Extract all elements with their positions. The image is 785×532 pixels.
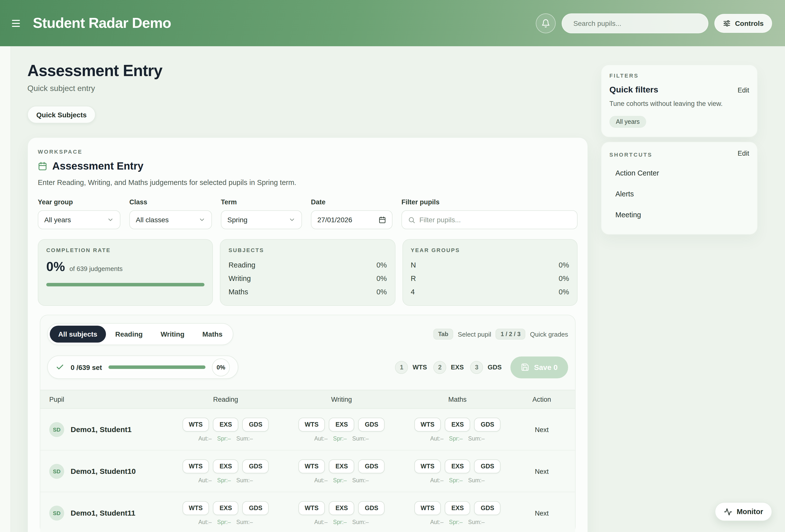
grade-button-gds[interactable]: GDS <box>243 417 269 431</box>
shortcuts-edit-link[interactable]: Edit <box>737 150 749 157</box>
tab-reading[interactable]: Reading <box>107 326 151 343</box>
subjects-label: SUBJECTS <box>229 247 387 253</box>
grade-button-exs[interactable]: EXS <box>445 501 470 515</box>
right-sidebar: FILTERS Quick filters Edit Tune cohorts … <box>601 46 758 234</box>
column-header-action: Action <box>515 396 575 403</box>
grade-buttons: WTSEXSGDS <box>400 501 515 515</box>
next-button[interactable]: Next <box>535 468 549 475</box>
shortcut-list: Action CenterAlertsMeeting <box>609 162 749 225</box>
grade-button-exs[interactable]: EXS <box>329 417 354 431</box>
number-keys-chip: 1 / 2 / 3 <box>496 329 526 340</box>
term-mark: Spr:– <box>217 519 231 525</box>
progress-pill: 0 /639 set 0% <box>47 355 238 379</box>
term-mark: Sum:– <box>468 519 485 525</box>
date-input[interactable]: 27/01/2026 <box>311 210 392 229</box>
grade-button-wts[interactable]: WTS <box>298 501 325 515</box>
shortcut-action-center[interactable]: Action Center <box>609 162 749 183</box>
year-group-value: 0% <box>559 274 569 282</box>
term-mark: Spr:– <box>449 519 463 525</box>
pupil-row: SDDemo1, Student10WTSEXSGDSAut:–Spr:–Sum… <box>40 450 575 492</box>
grade-cell-writing: WTSEXSGDSAut:–Spr:–Sum:– <box>283 417 400 441</box>
term-mark: Spr:– <box>333 519 347 525</box>
subject-row-reading: Reading0% <box>229 258 387 271</box>
term-mark: Spr:– <box>333 477 347 483</box>
left-rail <box>0 46 11 532</box>
grade-button-exs[interactable]: EXS <box>213 459 238 473</box>
shortcut-meeting[interactable]: Meeting <box>609 204 749 225</box>
tab-all-subjects[interactable]: All subjects <box>50 326 106 343</box>
term-mark: Sum:– <box>352 477 369 483</box>
grade-button-gds[interactable]: GDS <box>474 417 501 431</box>
term-marks: Aut:–Spr:–Sum:– <box>283 477 400 483</box>
grade-button-exs[interactable]: EXS <box>329 459 354 473</box>
workspace-description: Enter Reading, Writing, and Maths judgem… <box>38 179 578 186</box>
calendar-icon <box>379 216 386 223</box>
next-button[interactable]: Next <box>535 426 549 433</box>
grade-button-gds[interactable]: GDS <box>243 501 269 515</box>
class-select[interactable]: All classes <box>129 210 212 229</box>
grade-button-wts[interactable]: WTS <box>414 417 441 431</box>
grade-button-gds[interactable]: GDS <box>474 501 501 515</box>
grade-button-exs[interactable]: EXS <box>213 501 238 515</box>
term-mark: Sum:– <box>352 435 369 441</box>
grade-button-gds[interactable]: GDS <box>243 459 269 473</box>
menu-button[interactable] <box>12 18 25 29</box>
grade-button-exs[interactable]: EXS <box>213 417 238 431</box>
grade-button-wts[interactable]: WTS <box>182 417 209 431</box>
grade-button-exs[interactable]: EXS <box>445 459 470 473</box>
next-button[interactable]: Next <box>535 509 549 517</box>
controls-button[interactable]: Controls <box>715 14 772 32</box>
term-mark: Spr:– <box>449 435 463 441</box>
chevron-down-icon <box>288 216 296 223</box>
grade-cell-writing: WTSEXSGDSAut:–Spr:–Sum:– <box>283 459 400 483</box>
action-cell: Next <box>515 425 575 434</box>
grade-button-wts[interactable]: WTS <box>182 459 209 473</box>
save-button[interactable]: Save 0 <box>511 356 568 378</box>
avatar: SD <box>49 505 64 520</box>
shortcut-alerts[interactable]: Alerts <box>609 183 749 204</box>
filter-pupils-input[interactable] <box>420 216 571 224</box>
table-header-row: PupilReadingWritingMathsAction <box>40 390 575 409</box>
search-input[interactable] <box>562 13 709 33</box>
pupil-row: SDDemo1, Student1WTSEXSGDSAut:–Spr:–Sum:… <box>40 409 575 450</box>
term-mark: Aut:– <box>198 435 212 441</box>
term-marks: Aut:–Spr:–Sum:– <box>168 435 283 441</box>
grade-button-wts[interactable]: WTS <box>414 501 441 515</box>
year-group-select[interactable]: All years <box>38 210 120 229</box>
grade-button-gds[interactable]: GDS <box>474 459 501 473</box>
filters-edit-link[interactable]: Edit <box>737 86 749 94</box>
year-group-value: 0% <box>559 261 569 269</box>
grade-button-wts[interactable]: WTS <box>298 459 325 473</box>
tab-writing[interactable]: Writing <box>152 326 193 343</box>
term-mark: Sum:– <box>236 519 253 525</box>
tab-hint-text: Select pupil <box>458 330 491 338</box>
year-group-value: 0% <box>559 288 569 296</box>
grade-button-exs[interactable]: EXS <box>445 417 470 431</box>
pupil-row: SDDemo1, Student11WTSEXSGDSAut:–Spr:–Sum… <box>40 492 575 532</box>
grade-buttons: WTSEXSGDS <box>400 417 515 431</box>
filter-chip-all-years[interactable]: All years <box>609 115 646 128</box>
term-select[interactable]: Spring <box>221 210 302 229</box>
term-mark: Aut:– <box>314 519 328 525</box>
grade-buttons: WTSEXSGDS <box>400 459 515 473</box>
key-label-gds: GDS <box>488 364 502 371</box>
notifications-button[interactable] <box>536 13 556 33</box>
grade-button-gds[interactable]: GDS <box>358 417 385 431</box>
quick-subjects-button[interactable]: Quick Subjects <box>27 106 96 123</box>
monitor-button[interactable]: Monitor <box>715 502 772 521</box>
filter-chips: All years <box>609 115 749 128</box>
term-mark: Aut:– <box>314 477 328 483</box>
term-mark: Aut:– <box>198 477 212 483</box>
tab-maths[interactable]: Maths <box>194 326 231 343</box>
grade-button-wts[interactable]: WTS <box>298 417 325 431</box>
chevron-down-icon <box>107 216 114 223</box>
grade-button-gds[interactable]: GDS <box>358 459 385 473</box>
grade-button-wts[interactable]: WTS <box>414 459 441 473</box>
term-mark: Aut:– <box>430 519 444 525</box>
pupil-cell: SDDemo1, Student10 <box>40 463 168 479</box>
subject-value: 0% <box>376 261 387 269</box>
filter-pupils-label: Filter pupils <box>402 198 578 206</box>
grade-button-gds[interactable]: GDS <box>358 501 385 515</box>
grade-button-wts[interactable]: WTS <box>182 501 209 515</box>
grade-button-exs[interactable]: EXS <box>329 501 354 515</box>
